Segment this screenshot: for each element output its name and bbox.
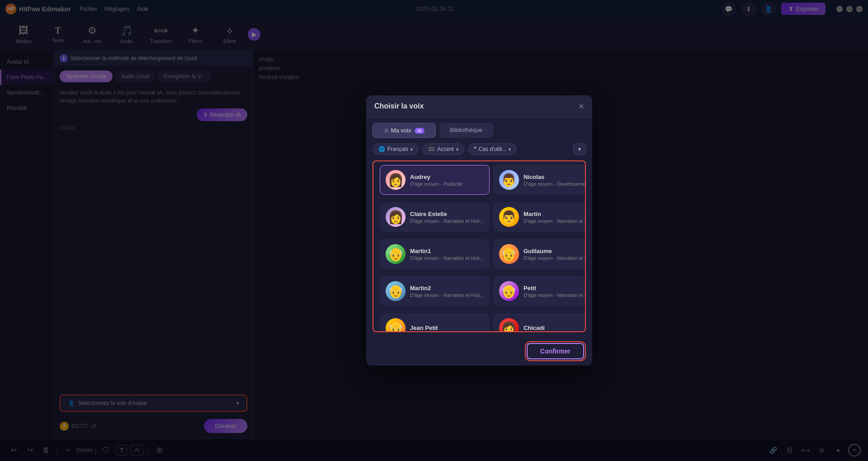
modal-close-button[interactable]: × <box>579 102 584 111</box>
voice-name-chicadi: Chicadi <box>524 325 586 331</box>
voice-avatar-martin2: 👴 <box>386 281 406 301</box>
chevron-icon-lang: ▾ <box>410 147 413 152</box>
voice-avatar-jean_petit: 👴 <box>386 318 406 332</box>
globe-icon: 🌐 <box>378 146 385 152</box>
filters-row: 🌐 Français ▾ 🟰 Accent ▾ ❞ Cas d'utili...… <box>366 138 592 160</box>
voice-avatar-petit: 👴 <box>499 281 519 301</box>
voice-name-guillaume: Guillaume <box>524 248 586 254</box>
voice-card-martin2[interactable]: 👴 Martin2 D'âge moyen - Narration et His… <box>380 276 490 306</box>
voice-desc-martin1: D'âge moyen - Narration et Hist... <box>410 255 484 261</box>
voice-card-audrey[interactable]: 👩 Audrey D'âge moyen - Publicité <box>380 165 490 195</box>
voice-avatar-nicolas: 👨 <box>499 170 519 190</box>
tab-bibliotheque[interactable]: Bibliothèque <box>439 123 494 138</box>
modal-footer: Confirmer <box>366 339 592 366</box>
voice-info-martin: Martin D'âge moyen - Narration et Hist..… <box>524 211 586 224</box>
cas-icon: ❞ <box>474 146 476 152</box>
voice-desc-guillaume: D'âge moyen - Narration et Hist... <box>524 255 586 261</box>
ia-badge: IA <box>415 128 424 134</box>
voice-desc-martin: D'âge moyen - Narration et Hist... <box>524 218 586 224</box>
voice-desc-petit: D'âge moyen - Narration et Hist... <box>524 292 586 298</box>
voice-desc-claire_estelle: D'âge moyen - Narration et Hist... <box>410 218 484 224</box>
voice-name-claire_estelle: Claire Estelle <box>410 211 484 217</box>
voice-card-martin1[interactable]: 👴 Martin1 D'âge moyen - Narration et His… <box>380 239 490 269</box>
voice-info-jean_petit: Jean Petit <box>410 325 484 332</box>
voice-card-jean_petit[interactable]: 👴 Jean Petit <box>380 313 490 332</box>
voice-avatar-chicadi: 👩 <box>499 318 519 332</box>
voice-desc-nicolas: D'âge moyen - Divertissement et... <box>524 181 586 187</box>
modal-tabs: ☆ Ma voix IA Bibliothèque <box>366 118 592 138</box>
voice-avatar-audrey: 👩 <box>386 170 406 190</box>
modal-header: Choisir la voix × <box>366 95 592 118</box>
accent-icon: 🟰 <box>428 146 435 152</box>
tab-ma-voix[interactable]: ☆ Ma voix IA <box>373 123 436 138</box>
modal-title: Choisir la voix <box>374 102 424 110</box>
filter-expand-button[interactable]: ▾ <box>573 143 586 155</box>
voice-name-petit: Petit <box>524 285 586 292</box>
voice-card-nicolas[interactable]: 👨 Nicolas D'âge moyen - Divertissement e… <box>493 165 586 195</box>
voice-avatar-claire_estelle: 👩 <box>386 207 406 227</box>
voice-name-martin1: Martin1 <box>410 248 484 254</box>
voice-info-nicolas: Nicolas D'âge moyen - Divertissement et.… <box>524 174 586 187</box>
voice-info-martin1: Martin1 D'âge moyen - Narration et Hist.… <box>410 248 484 261</box>
voice-grid: 👩 Audrey D'âge moyen - Publicité 👨 Nicol… <box>373 160 586 332</box>
filter-language[interactable]: 🌐 Français ▾ <box>373 143 419 155</box>
voice-name-nicolas: Nicolas <box>524 174 586 180</box>
voice-avatar-martin: 👨 <box>499 207 519 227</box>
voice-info-petit: Petit D'âge moyen - Narration et Hist... <box>524 285 586 298</box>
voice-name-martin: Martin <box>524 211 586 217</box>
voice-card-petit[interactable]: 👴 Petit D'âge moyen - Narration et Hist.… <box>493 276 586 306</box>
voice-name-audrey: Audrey <box>410 174 484 180</box>
voice-avatar-guillaume: 👴 <box>499 244 519 264</box>
filter-cas[interactable]: ❞ Cas d'utili... ▾ <box>468 143 517 155</box>
voice-info-chicadi: Chicadi <box>524 325 586 332</box>
chevron-icon-accent: ▾ <box>456 147 458 152</box>
voice-desc-martin2: D'âge moyen - Narration et Hist... <box>410 292 484 298</box>
voice-info-claire_estelle: Claire Estelle D'âge moyen - Narration e… <box>410 211 484 224</box>
voice-modal: Choisir la voix × ☆ Ma voix IA Bibliothè… <box>366 95 592 366</box>
voice-name-jean_petit: Jean Petit <box>410 325 484 331</box>
voice-desc-audrey: D'âge moyen - Publicité <box>410 181 484 187</box>
voice-card-chicadi[interactable]: 👩 Chicadi <box>493 313 586 332</box>
voice-info-guillaume: Guillaume D'âge moyen - Narration et His… <box>524 248 586 261</box>
filter-accent[interactable]: 🟰 Accent ▾ <box>422 143 464 155</box>
voice-card-claire_estelle[interactable]: 👩 Claire Estelle D'âge moyen - Narration… <box>380 202 490 232</box>
voice-card-guillaume[interactable]: 👴 Guillaume D'âge moyen - Narration et H… <box>493 239 586 269</box>
voice-name-martin2: Martin2 <box>410 285 484 292</box>
voice-avatar-martin1: 👴 <box>386 244 406 264</box>
voice-info-audrey: Audrey D'âge moyen - Publicité <box>410 174 484 187</box>
voice-card-martin[interactable]: 👨 Martin D'âge moyen - Narration et Hist… <box>493 202 586 232</box>
chevron-icon-cas: ▾ <box>509 147 511 152</box>
voice-info-martin2: Martin2 D'âge moyen - Narration et Hist.… <box>410 285 484 298</box>
confirm-button[interactable]: Confirmer <box>527 343 584 359</box>
